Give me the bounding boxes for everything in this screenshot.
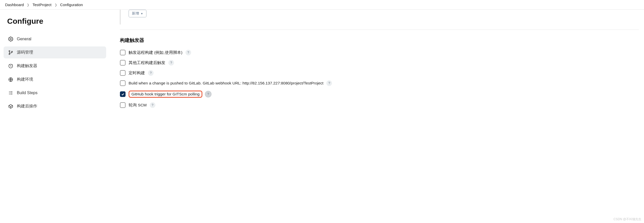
checkbox[interactable] [120,102,126,108]
section-divider [120,30,639,30]
chevron-right-icon: ❯ [55,3,57,7]
sidebar-item-general[interactable]: General [4,33,106,45]
sidebar-item-env[interactable]: 构建环境 [4,73,106,85]
sidebar-item-label: 构建环境 [17,77,33,82]
option-label: 其他工程构建后触发 [129,60,165,66]
help-icon[interactable]: ? [326,80,332,86]
checkbox[interactable] [120,60,126,66]
help-icon[interactable]: ? [205,91,211,97]
check-icon [121,93,125,96]
checkbox[interactable] [120,50,126,55]
option-label: 定时构建 [129,70,145,76]
sidebar-item-label: 构建后操作 [17,104,37,109]
sidebar-item-post-build[interactable]: 构建后操作 [4,100,106,112]
svg-point-2 [9,53,10,54]
add-button[interactable]: 新增 ▼ [129,10,146,17]
option-poll-scm[interactable]: 轮询 SCM ? [120,102,639,108]
globe-icon [8,77,13,82]
caret-down-icon: ▼ [141,12,143,15]
help-icon[interactable]: ? [185,50,191,55]
option-remote-trigger[interactable]: 触发远程构建 (例如,使用脚本) ? [120,50,639,55]
sidebar-item-label: General [17,37,31,41]
add-button-panel: 新增 ▼ [120,10,639,24]
option-scheduled[interactable]: 定时构建 ? [120,70,639,76]
help-icon[interactable]: ? [148,70,154,76]
main-content: 新增 ▼ 构建触发器 触发远程构建 (例如,使用脚本) ? 其他工程构建后触发 … [110,10,644,123]
help-icon[interactable]: ? [150,102,155,108]
highlight-annotation: GitHub hook trigger for GITScm polling [129,91,202,98]
sidebar: Configure General 源码管理 构建触发器 构建环境 [0,10,110,123]
page-title: Configure [7,17,103,26]
svg-point-0 [10,39,11,40]
add-button-label: 新增 [132,11,139,16]
option-label: 轮询 SCM [129,103,147,108]
section-title-triggers: 构建触发器 [120,37,639,44]
svg-point-1 [9,51,10,52]
svg-point-3 [11,51,13,52]
breadcrumb-item-dashboard[interactable]: Dashboard [5,3,24,7]
breadcrumb-item-project[interactable]: TestProject [32,3,51,7]
sidebar-item-triggers[interactable]: 构建触发器 [4,60,106,72]
box-icon [8,104,13,109]
checkbox-checked[interactable] [120,91,126,97]
sidebar-item-build-steps[interactable]: Build Steps [4,87,106,99]
sidebar-item-label: Build Steps [17,91,38,95]
chevron-right-icon: ❯ [27,3,29,7]
option-github-hook[interactable]: GitHub hook trigger for GITScm polling ? [120,91,639,98]
option-gitlab-push[interactable]: Build when a change is pushed to GitLab.… [120,80,639,86]
help-icon[interactable]: ? [168,60,174,66]
option-label: Build when a change is pushed to GitLab.… [129,81,323,85]
sidebar-item-source[interactable]: 源码管理 [4,46,106,58]
sidebar-item-label: 构建触发器 [17,63,37,69]
option-label: 触发远程构建 (例如,使用脚本) [129,50,182,55]
checkbox[interactable] [120,80,126,86]
branch-icon [8,50,13,55]
sidebar-item-label: 源码管理 [17,50,33,55]
breadcrumb: Dashboard ❯ TestProject ❯ Configuration [0,0,644,10]
option-after-other-projects[interactable]: 其他工程构建后触发 ? [120,60,639,66]
clock-icon [8,64,13,69]
checkbox[interactable] [120,70,126,76]
breadcrumb-item-configuration[interactable]: Configuration [60,3,83,7]
gear-icon [8,36,13,42]
option-label: GitHub hook trigger for GITScm polling [131,92,200,96]
steps-icon [8,90,13,95]
